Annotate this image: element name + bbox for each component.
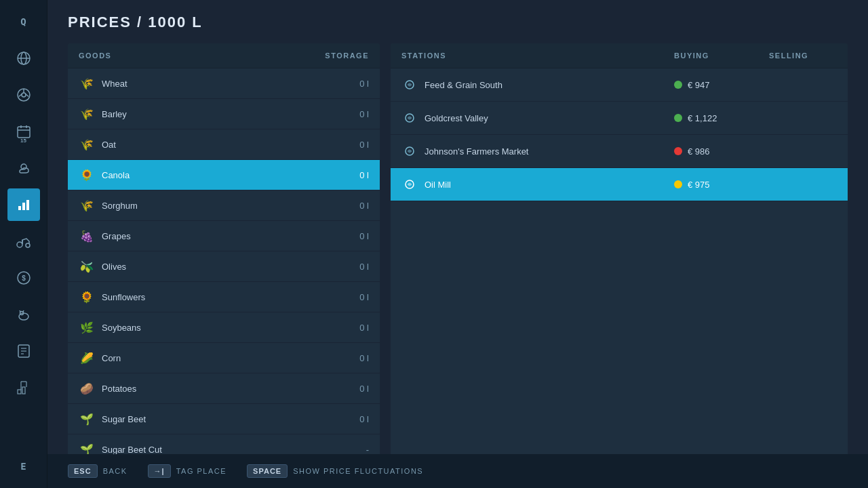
- sidebar-icon-q[interactable]: Q: [7, 5, 40, 38]
- station-buying-goldcrest-valley: € 1,122: [674, 113, 769, 123]
- page-title: PRICES / 1000 L: [68, 14, 848, 31]
- calendar-icon: [16, 124, 31, 139]
- goods-row-sorghum[interactable]: 🌾 Sorghum 0 l: [68, 190, 380, 221]
- goods-row-soybeans[interactable]: 🌿 Soybeans 0 l: [68, 312, 380, 343]
- station-icon-goldcrest-valley: [401, 110, 418, 126]
- chart-icon: [16, 197, 31, 212]
- sidebar-icon-chart[interactable]: [7, 188, 40, 221]
- key-badge-tag-place: →|: [148, 464, 171, 478]
- goods-storage-wheat: 0 l: [315, 79, 369, 89]
- station-row-oil-mill[interactable]: Oil Mill € 975: [391, 168, 848, 201]
- station-icon-oil-mill: [401, 176, 418, 192]
- sidebar-icon-e[interactable]: E: [7, 450, 40, 483]
- svg-line-24: [23, 310, 24, 312]
- goods-storage-sugar-beet-cut: -: [315, 445, 369, 455]
- goods-row-wheat[interactable]: 🌾 Wheat 0 l: [68, 68, 380, 99]
- goods-name-grapes: Grapes: [102, 231, 315, 241]
- status-dot-goldcrest-valley: [674, 114, 682, 122]
- goods-panel-header: GOODS STORAGE: [68, 43, 380, 68]
- key-combo-tag-place[interactable]: →| TAG PLACE: [148, 464, 227, 478]
- goods-storage-grapes: 0 l: [315, 231, 369, 241]
- station-column-header: STATIONS: [401, 52, 674, 60]
- goods-name-barley: Barley: [102, 109, 315, 119]
- buying-column-header: BUYING: [674, 52, 769, 60]
- sidebar-icon-animal[interactable]: [7, 298, 40, 331]
- station-buying-feed-grain-south: € 947: [674, 80, 769, 90]
- goods-row-corn[interactable]: 🌽 Corn 0 l: [68, 343, 380, 373]
- goods-icon-sunflowers: 🌻: [79, 289, 95, 305]
- sidebar-icon-money[interactable]: $: [7, 262, 40, 294]
- sidebar-icon-steering[interactable]: [7, 79, 40, 111]
- goods-storage-barley: 0 l: [315, 109, 369, 119]
- storage-column-header: STORAGE: [315, 52, 369, 60]
- key-label-back: BACK: [103, 467, 127, 475]
- goods-storage-canola: 0 l: [315, 170, 369, 180]
- svg-rect-8: [18, 127, 30, 138]
- sidebar: Q 15: [0, 0, 47, 488]
- goods-row-olives[interactable]: 🫒 Olives 0 l: [68, 251, 380, 282]
- key-combo-back[interactable]: ESC BACK: [68, 464, 127, 478]
- globe-icon: [16, 51, 31, 66]
- goods-icon-corn: 🌽: [79, 350, 95, 366]
- station-row-johnsons-farmers-market[interactable]: Johnson's Farmers Market € 986: [391, 135, 848, 168]
- station-row-feed-grain-south[interactable]: Feed & Grain South € 947: [391, 68, 848, 102]
- key-label-tag-place: TAG PLACE: [176, 467, 226, 475]
- goods-column-header: GOODS: [79, 52, 315, 60]
- stations-list: Feed & Grain South € 947 Goldcrest Valle…: [391, 68, 848, 201]
- goods-name-sunflowers: Sunflowers: [102, 292, 315, 302]
- sidebar-icon-globe[interactable]: [7, 42, 40, 75]
- key-badge-back: ESC: [68, 464, 98, 478]
- goods-name-oat: Oat: [102, 140, 315, 150]
- sidebar-icon-weather[interactable]: [7, 152, 40, 184]
- goods-name-wheat: Wheat: [102, 79, 315, 89]
- station-name-feed-grain-south: Feed & Grain South: [425, 80, 674, 90]
- goods-row-oat[interactable]: 🌾 Oat 0 l: [68, 129, 380, 160]
- svg-rect-15: [26, 200, 29, 210]
- status-dot-feed-grain-south: [674, 81, 682, 89]
- status-dot-oil-mill: [674, 180, 682, 188]
- main-content: PRICES / 1000 L GOODS STORAGE 🌾 Wheat 0 …: [47, 0, 868, 488]
- svg-line-23: [20, 310, 20, 312]
- goods-row-canola[interactable]: 🌻 Canola 0 l: [68, 160, 380, 190]
- sidebar-icon-calendar[interactable]: 15: [7, 115, 40, 148]
- goods-storage-olives: 0 l: [315, 262, 369, 272]
- goods-icon-oat: 🌾: [79, 136, 95, 152]
- steering-icon: [16, 87, 31, 102]
- goods-icon-wheat: 🌾: [79, 75, 95, 92]
- sidebar-icon-contracts[interactable]: [7, 335, 40, 367]
- goods-icon-potatoes: 🥔: [79, 380, 95, 396]
- goods-name-sugar-beet-cut: Sugar Beet Cut: [102, 445, 315, 455]
- goods-storage-sugar-beet: 0 l: [315, 414, 369, 424]
- svg-rect-14: [22, 203, 25, 210]
- sidebar-icon-tractor[interactable]: [7, 225, 40, 258]
- goods-row-grapes[interactable]: 🍇 Grapes 0 l: [68, 221, 380, 251]
- svg-point-4: [22, 93, 26, 97]
- sidebar-icon-production[interactable]: [7, 371, 40, 404]
- stations-panel-header: STATIONS BUYING SELLING: [391, 43, 848, 68]
- svg-point-12: [21, 164, 26, 169]
- e-icon: E: [20, 461, 26, 472]
- cow-icon: [16, 308, 32, 321]
- bottom-bar: ESC BACK →| TAG PLACE SPACE SHOW PRICE F…: [47, 454, 868, 488]
- goods-panel: GOODS STORAGE 🌾 Wheat 0 l 🌾 Barley 0 l 🌾…: [68, 43, 380, 474]
- key-combo-price-fluctuations[interactable]: SPACE SHOW PRICE FLUCTUATIONS: [247, 464, 423, 478]
- goods-row-sugar-beet[interactable]: 🌱 Sugar Beet 0 l: [68, 404, 380, 434]
- goods-row-potatoes[interactable]: 🥔 Potatoes 0 l: [68, 373, 380, 404]
- svg-rect-13: [18, 206, 21, 210]
- goods-icon-olives: 🫒: [79, 258, 95, 274]
- contracts-icon: [17, 344, 31, 359]
- goods-storage-oat: 0 l: [315, 140, 369, 150]
- svg-point-16: [17, 242, 22, 247]
- money-icon: $: [16, 270, 31, 285]
- tractor-icon: [16, 235, 32, 248]
- station-row-goldcrest-valley[interactable]: Goldcrest Valley € 1,122: [391, 102, 848, 135]
- station-icon-feed-grain-south: [401, 77, 418, 93]
- station-buying-johnsons-farmers-market: € 986: [674, 146, 769, 157]
- goods-row-barley[interactable]: 🌾 Barley 0 l: [68, 99, 380, 129]
- goods-name-olives: Olives: [102, 262, 315, 272]
- goods-name-potatoes: Potatoes: [102, 384, 315, 394]
- goods-row-sunflowers[interactable]: 🌻 Sunflowers 0 l: [68, 282, 380, 312]
- goods-icon-grapes: 🍇: [79, 228, 95, 244]
- station-icon-johnsons-farmers-market: [401, 143, 418, 159]
- key-label-price-fluctuations: SHOW PRICE FLUCTUATIONS: [293, 467, 423, 475]
